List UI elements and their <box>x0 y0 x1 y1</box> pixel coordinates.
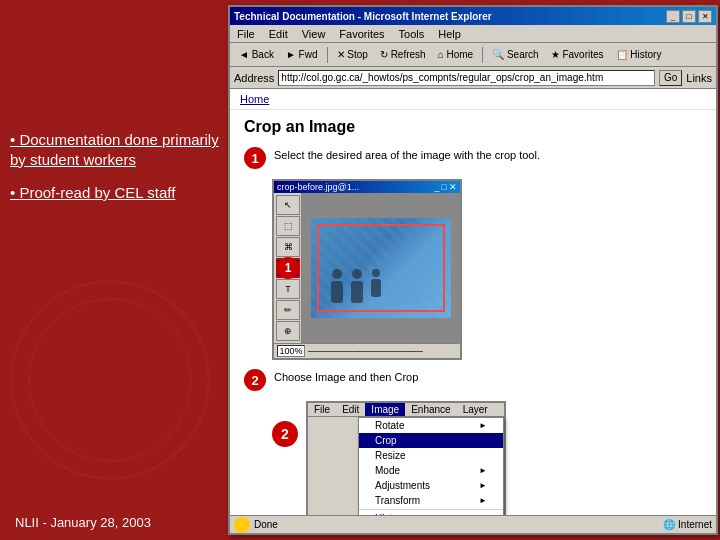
ps-menu-edit[interactable]: Edit <box>336 403 365 416</box>
status-bar: ⚡ Done 🌐 Internet <box>230 515 716 533</box>
step-1: 1 Select the desired area of the image w… <box>244 146 702 169</box>
ps-menu-layer[interactable]: Layer <box>457 403 494 416</box>
dropdown-transform[interactable]: Transform ► <box>359 493 503 508</box>
ps-menu-screenshot: File Edit Image Enhance Layer Rotate ► C… <box>306 401 506 515</box>
menu-favorites[interactable]: Favorites <box>336 28 387 40</box>
step-1-screenshot: crop-before.jpg@1... _ □ ✕ ↖ ⬚ ⌘ <box>272 179 702 360</box>
maximize-button[interactable]: □ <box>682 10 696 23</box>
ps-tool-select[interactable]: ↖ <box>276 195 300 215</box>
dropdown-resize[interactable]: Resize <box>359 448 503 463</box>
crop-image <box>311 218 451 318</box>
favorites-button[interactable]: ★ Favorites <box>546 45 609 65</box>
ps-window-1: crop-before.jpg@1... _ □ ✕ ↖ ⬚ ⌘ <box>272 179 462 360</box>
toolbar-sep-1 <box>327 47 328 63</box>
history-button[interactable]: 📋 History <box>611 45 667 65</box>
ps-tool-text[interactable]: T <box>276 279 300 299</box>
breadcrumb: Home <box>230 89 716 110</box>
content-area: Home Crop an Image 1 Select the desired … <box>230 89 716 515</box>
internet-zone: 🌐 Internet <box>663 519 712 530</box>
minimize-button[interactable]: _ <box>666 10 680 23</box>
ps-tool-lasso[interactable]: ⌘ <box>276 237 300 257</box>
step-1-tool-overlay: 1 <box>277 257 299 279</box>
dropdown-adjustments[interactable]: Adjustments ► <box>359 478 503 493</box>
ps-zoom-bar: ────────────────── <box>274 343 460 358</box>
step-2: 2 Choose Image and then Crop <box>244 368 702 391</box>
go-button[interactable]: Go <box>659 70 682 86</box>
ps-tool-stamp[interactable]: ⊕ <box>276 321 300 341</box>
menu-file[interactable]: File <box>234 28 258 40</box>
menu-help[interactable]: Help <box>435 28 464 40</box>
ps-title-bar-1: crop-before.jpg@1... _ □ ✕ <box>274 181 460 193</box>
step-2-screenshot-container: 2 File Edit Image Enhance Layer Rotate ► <box>272 401 702 515</box>
back-button[interactable]: ◄ Back <box>234 45 279 65</box>
ps-menu-file[interactable]: File <box>308 403 336 416</box>
address-input[interactable] <box>278 70 655 86</box>
step-2-text: Choose Image and then Crop <box>274 368 418 383</box>
dropdown-rotate[interactable]: Rotate ► <box>359 418 503 433</box>
person-silhouettes <box>331 269 381 303</box>
menu-view[interactable]: View <box>299 28 329 40</box>
status-icon: ⚡ <box>234 517 250 533</box>
ps-canvas-1 <box>302 193 460 343</box>
home-button[interactable]: ⌂ Home <box>433 45 479 65</box>
ps-tool-marquee[interactable]: ⬚ <box>276 216 300 236</box>
step-1-circle: 1 <box>244 147 266 169</box>
watermark-decoration <box>10 280 210 480</box>
menu-bar: File Edit View Favorites Tools Help <box>230 25 716 43</box>
toolbar: ◄ Back ► Fwd ✕ Stop ↻ Refresh ⌂ Home 🔍 S… <box>230 43 716 67</box>
toolbar-sep-2 <box>482 47 483 63</box>
ps-tool-crop[interactable]: ⊡ 1 <box>276 258 300 278</box>
title-bar: Technical Documentation - Microsoft Inte… <box>230 7 716 25</box>
ps-tool-brush[interactable]: ✏ <box>276 300 300 320</box>
dropdown-crop[interactable]: Crop <box>359 433 503 448</box>
browser-window: Technical Documentation - Microsoft Inte… <box>228 5 718 535</box>
status-text: Done <box>254 519 278 530</box>
title-bar-buttons: _ □ ✕ <box>666 10 712 23</box>
page-content: Crop an Image 1 Select the desired area … <box>230 110 716 515</box>
ps-close[interactable]: ✕ <box>449 182 457 192</box>
dropdown-mode[interactable]: Mode ► <box>359 463 503 478</box>
ps-maximize[interactable]: □ <box>442 182 447 192</box>
ps-menu-enhance[interactable]: Enhance <box>405 403 456 416</box>
links-label: Links <box>686 72 712 84</box>
footer-label: NLII - January 28, 2003 <box>15 515 151 530</box>
page-title: Crop an Image <box>244 118 702 136</box>
ps-tools: ↖ ⬚ ⌘ ⊡ 1 T ✏ ⊕ <box>274 193 302 343</box>
step-2-icon-circle: 2 <box>272 421 298 447</box>
bullet-item-1[interactable]: • Documentation done primarily by studen… <box>10 130 230 169</box>
bullet-item-2[interactable]: • Proof-read by CEL staff <box>10 183 230 203</box>
step-2-circle: 2 <box>244 369 266 391</box>
search-button[interactable]: 🔍 Search <box>487 45 543 65</box>
address-label: Address <box>234 72 274 84</box>
ps-minimize[interactable]: _ <box>435 182 440 192</box>
ps-dropdown-menu: Rotate ► Crop Resize Mode ► <box>358 417 504 515</box>
window-title: Technical Documentation - Microsoft Inte… <box>234 11 492 22</box>
address-bar: Address Go Links <box>230 67 716 89</box>
left-panel: • Documentation done primarily by studen… <box>10 130 230 217</box>
close-button[interactable]: ✕ <box>698 10 712 23</box>
zoom-input[interactable] <box>277 345 305 357</box>
menu-tools[interactable]: Tools <box>396 28 428 40</box>
stop-button[interactable]: ✕ Stop <box>332 45 373 65</box>
ps-menu-bar: File Edit Image Enhance Layer <box>308 403 504 417</box>
forward-button[interactable]: ► Fwd <box>281 45 323 65</box>
ps-menu-image[interactable]: Image <box>365 403 405 416</box>
refresh-button[interactable]: ↻ Refresh <box>375 45 431 65</box>
step-1-text: Select the desired area of the image wit… <box>274 146 540 161</box>
menu-edit[interactable]: Edit <box>266 28 291 40</box>
menu-divider <box>359 509 503 510</box>
ps-content-1: ↖ ⬚ ⌘ ⊡ 1 T ✏ ⊕ <box>274 193 460 343</box>
